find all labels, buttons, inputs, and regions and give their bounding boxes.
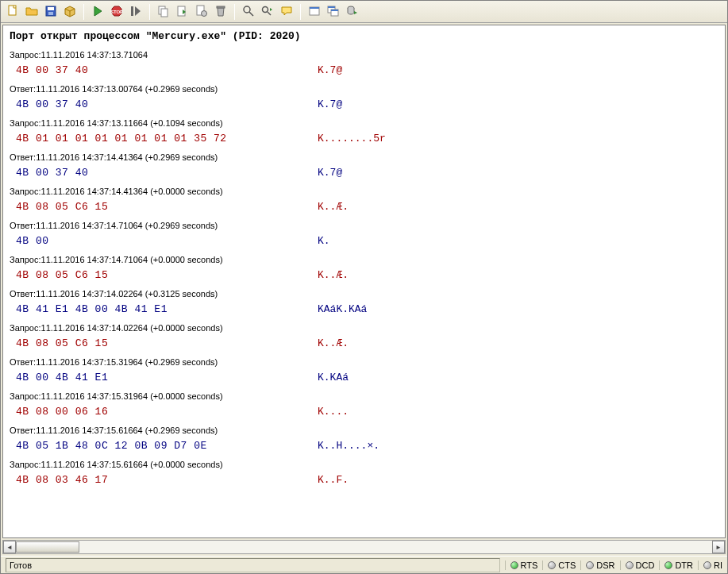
indicator-label: RTS <box>521 561 538 570</box>
svg-rect-2 <box>48 7 54 10</box>
hex-bytes: 4B 00 <box>16 235 318 247</box>
horizontal-scrollbar[interactable]: ◄ ► <box>2 540 726 554</box>
svg-rect-15 <box>310 7 319 9</box>
scroll-track[interactable] <box>79 541 712 553</box>
toolbar-separator <box>83 4 84 20</box>
open-file-icon <box>25 5 38 19</box>
toolbar-separator <box>149 4 150 20</box>
svg-point-10 <box>202 10 207 16</box>
toolbar-separator <box>234 4 235 20</box>
log-row: 4B 00 4B 41 E1K.KAá <box>16 372 718 383</box>
copy-page-button[interactable] <box>155 3 172 21</box>
new-file-icon <box>6 5 19 19</box>
log-row: 4B 00 37 40K.7@ <box>16 98 718 110</box>
led-icon <box>586 561 594 569</box>
save-button[interactable] <box>42 3 60 21</box>
export-db-button[interactable] <box>344 3 361 21</box>
svg-point-12 <box>244 6 250 13</box>
find-button[interactable] <box>240 3 257 21</box>
request-meta: Запрос:11.11.2016 14:37:15.31964 (+0.000… <box>10 391 718 401</box>
hex-bytes: 4B 08 05 C6 15 <box>16 337 318 349</box>
request-meta: Запрос:11.11.2016 14:37:13.11664 (+0.109… <box>10 118 718 128</box>
stop-icon: STOP <box>110 5 123 19</box>
find-next-button[interactable] <box>259 3 276 21</box>
package-button[interactable] <box>61 3 79 21</box>
response-meta: Ответ:11.11.2016 14:37:14.71064 (+0.2969… <box>10 221 718 230</box>
request-meta: Запрос:11.11.2016 14:37:13.71064 <box>10 50 718 60</box>
hex-bytes: 4B 41 E1 4B 00 4B 41 E1 <box>16 303 318 315</box>
comment-button[interactable] <box>278 3 295 21</box>
log-view[interactable]: Порт открыт процессом "Mercury.exe" (PID… <box>2 25 726 538</box>
copy-page-icon <box>157 5 170 19</box>
play-button[interactable] <box>89 3 106 21</box>
indicator-label: DSR <box>596 561 614 570</box>
log-row: 4B 08 05 C6 15K..Æ. <box>16 201 718 213</box>
led-icon <box>626 561 634 569</box>
indicator-dsr: DSR <box>580 561 614 570</box>
led-icon <box>664 561 672 569</box>
response-meta: Ответ:11.11.2016 14:37:13.00764 (+0.2969… <box>10 84 718 94</box>
trash-icon <box>214 5 227 19</box>
comment-icon <box>280 5 293 19</box>
ascii-bytes: K.7@ <box>318 167 342 179</box>
led-icon <box>703 561 711 569</box>
svg-rect-11 <box>217 6 225 8</box>
indicator-label: DTR <box>675 561 693 570</box>
play-icon <box>91 5 104 19</box>
ascii-bytes: K.KAá <box>318 372 349 383</box>
export-icon <box>176 5 189 19</box>
main-toolbar: STOP <box>1 1 727 23</box>
led-icon <box>510 561 518 569</box>
response-meta: Ответ:11.11.2016 14:37:15.31964 (+0.2969… <box>10 357 718 367</box>
indicator-rts: RTS <box>505 561 538 570</box>
trash-button[interactable] <box>212 3 229 21</box>
port-header: Порт открыт процессом "Mercury.exe" (PID… <box>10 30 718 42</box>
indicator-ri: RI <box>698 561 722 570</box>
hex-bytes: 4B 08 05 C6 15 <box>16 201 318 213</box>
scroll-left-button[interactable]: ◄ <box>3 541 16 553</box>
window-button[interactable] <box>306 3 323 21</box>
scroll-right-button[interactable]: ► <box>712 541 725 553</box>
response-meta: Ответ:11.11.2016 14:37:14.02264 (+0.3125… <box>10 289 718 299</box>
indicator-label: DCD <box>636 561 655 570</box>
scroll-thumb[interactable] <box>16 541 79 553</box>
toolbar-separator <box>300 4 301 20</box>
ascii-bytes: KAáK.KAá <box>318 303 367 315</box>
indicator-cts: CTS <box>542 561 576 570</box>
log-row: 4B 05 1B 48 0C 12 0B 09 D7 0EK..H....×. <box>16 440 718 452</box>
log-row: 4B 08 05 C6 15K..Æ. <box>16 269 718 281</box>
new-file-button[interactable] <box>4 3 21 21</box>
ascii-bytes: K..F. <box>318 474 349 486</box>
log-row: 4B 08 00 06 16K.... <box>16 406 718 418</box>
svg-text:STOP: STOP <box>110 10 123 14</box>
log-row: 4B 00 37 40K.7@ <box>16 167 718 179</box>
svg-rect-0 <box>9 6 16 15</box>
log-row: 4B 00 37 40K.7@ <box>16 64 718 76</box>
hex-bytes: 4B 08 00 06 16 <box>16 406 318 418</box>
svg-rect-5 <box>131 6 133 16</box>
export-button[interactable] <box>174 3 191 21</box>
step-button[interactable] <box>127 3 144 21</box>
stop-button[interactable]: STOP <box>108 3 125 21</box>
ascii-bytes: K..Æ. <box>318 269 349 281</box>
ascii-bytes: K..Æ. <box>318 337 349 349</box>
status-bar: Готов RTSCTSDSRDCDDTRRI <box>1 556 727 573</box>
open-file-button[interactable] <box>23 3 40 21</box>
content-wrap: Порт открыт процессом "Mercury.exe" (PID… <box>1 23 727 540</box>
page-gear-button[interactable] <box>193 3 210 21</box>
log-row: 4B 08 05 C6 15K..Æ. <box>16 337 718 349</box>
app-window: STOP Порт открыт процессом "Mercury.exe"… <box>0 0 728 574</box>
response-meta: Ответ:11.11.2016 14:37:15.61664 (+0.2969… <box>10 426 718 435</box>
page-gear-icon <box>195 5 208 19</box>
log-row: 4B 00K. <box>16 235 718 247</box>
ascii-bytes: K. <box>318 235 330 247</box>
windows-button[interactable] <box>325 3 342 21</box>
hex-bytes: 4B 08 03 46 17 <box>16 474 318 486</box>
log-row: 4B 01 01 01 01 01 01 01 01 35 72K.......… <box>16 133 718 144</box>
window-icon <box>308 5 321 19</box>
export-db-icon <box>346 5 359 19</box>
indicator-dtr: DTR <box>659 561 693 570</box>
ascii-bytes: K..Æ. <box>318 201 349 213</box>
log-row: 4B 08 03 46 17K..F. <box>16 474 718 486</box>
request-meta: Запрос:11.11.2016 14:37:14.02264 (+0.000… <box>10 323 718 333</box>
